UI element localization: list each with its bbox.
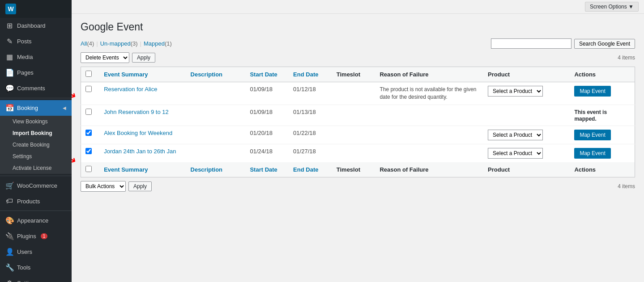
col-sort-description[interactable]: Description (191, 71, 223, 78)
users-icon: 👤 (5, 248, 13, 256)
col-footer-sort-end-date[interactable]: End Date (293, 166, 318, 173)
col-footer-timeslot: Timeslot (332, 162, 375, 177)
col-header-event-summary: Event Summary (99, 67, 186, 82)
sidebar-item-products[interactable]: 🏷 Products (0, 194, 72, 209)
sidebar-item-dashboard[interactable]: ⊞ Dashboard (0, 18, 72, 34)
sidebar-item-users[interactable]: 👤 Users (0, 244, 72, 260)
row-3-end-date: 01/22/18 (289, 126, 332, 144)
search-input[interactable] (491, 38, 571, 49)
posts-icon: ✎ (5, 37, 13, 46)
row-4-actions: Map Event (570, 144, 635, 162)
row-3-actions: Map Event (570, 126, 635, 144)
row-1-failure: The product is not available for the giv… (375, 82, 483, 105)
filter-mapped[interactable]: Mapped (144, 40, 165, 47)
sidebar-item-label: Booking (17, 105, 38, 111)
sidebar-submenu-settings[interactable]: Settings (0, 151, 72, 162)
select-all-checkbox[interactable] (85, 71, 92, 77)
table-row: John Reservation 9 to 1201/09/1801/13/18… (81, 105, 635, 126)
row-4-checkbox[interactable] (85, 148, 92, 154)
sidebar-item-tools[interactable]: 🔧 Tools (0, 260, 72, 275)
row-3-product-select[interactable]: Select a Product (488, 130, 543, 140)
sidebar-item-label: Settings (17, 280, 38, 282)
booking-arrow: ◀ (63, 105, 66, 110)
plugins-icon: 🔌 (5, 232, 13, 240)
row-1-actions: Map Event (570, 82, 635, 105)
row-3-summary[interactable]: Alex Booking for Weekend (104, 130, 172, 136)
wp-logo-icon: W (5, 4, 16, 14)
col-sort-start-date[interactable]: Start Date (250, 71, 277, 78)
row-1-summary[interactable]: Reservation for Alice (104, 86, 157, 93)
row-1-product-select[interactable]: Select a Product (488, 86, 543, 97)
screen-options-button[interactable]: Screen Options ▼ (585, 2, 639, 12)
col-footer-product: Product (483, 162, 570, 177)
red-arrow-1: ➜ (72, 88, 78, 102)
row-2-summary[interactable]: John Reservation 9 to 12 (104, 109, 169, 115)
topbar: Screen Options ▼ (72, 0, 644, 14)
wp-logo[interactable]: W (0, 0, 72, 18)
row-2-checkbox[interactable] (85, 109, 92, 115)
events-table: Event Summary Description Start Date End… (81, 67, 635, 177)
top-actions-right: 4 items (618, 55, 635, 61)
sidebar-item-pages[interactable]: 📄 Pages (0, 65, 72, 80)
row-4-failure (375, 144, 483, 162)
select-all-checkbox-footer[interactable] (85, 166, 92, 172)
sidebar-submenu-import-booking[interactable]: Import Booking (0, 127, 72, 139)
sidebar-item-comments[interactable]: 💬 Comments (0, 80, 72, 96)
filter-unmapped-count: (3) (131, 40, 138, 47)
row-2-description (186, 105, 246, 126)
row-3-checkbox[interactable] (85, 130, 92, 136)
main-content: Screen Options ▼ Google Event All (4) | … (72, 0, 644, 282)
content-area: Google Event All (4) | Un-mapped (3) | M… (72, 14, 644, 282)
col-footer-sort-event-summary[interactable]: Event Summary (104, 166, 148, 173)
row-1-map-event-button[interactable]: Map Event (574, 86, 610, 97)
apply-button-bottom[interactable]: Apply (128, 181, 152, 191)
row-4-map-event-button[interactable]: Map Event (574, 148, 610, 159)
col-footer-start-date: Start Date (245, 162, 289, 177)
row-1-description (186, 82, 246, 105)
col-sort-end-date[interactable]: End Date (293, 71, 318, 78)
col-header-check (81, 67, 100, 82)
row-2-mapped-text: This event is mapped. (574, 109, 607, 122)
top-actions-bar: Delete Events Apply 4 items (81, 52, 635, 63)
sidebar-item-settings[interactable]: ⚙ Settings (0, 275, 72, 282)
sidebar-item-booking[interactable]: 📅 Booking ◀ (0, 100, 72, 116)
media-icon: ▦ (5, 53, 13, 61)
filter-unmapped[interactable]: Un-mapped (100, 40, 131, 47)
sidebar-item-label: Media (17, 54, 33, 60)
row-1-end-date: 01/12/18 (289, 82, 332, 105)
sidebar-item-plugins[interactable]: 🔌 Plugins 1 (0, 228, 72, 244)
col-header-timeslot: Timeslot (332, 67, 375, 82)
sidebar-item-posts[interactable]: ✎ Posts (0, 34, 72, 49)
sidebar-item-label: Dashboard (17, 22, 46, 29)
col-header-start-date: Start Date (245, 67, 289, 82)
filter-all[interactable]: All (81, 40, 87, 47)
col-footer-check (81, 162, 100, 177)
row-1-timeslot (332, 82, 375, 105)
bulk-actions-select-top[interactable]: Delete Events (81, 52, 129, 63)
col-sort-event-summary[interactable]: Event Summary (104, 71, 148, 78)
sidebar-submenu-create-booking[interactable]: Create Booking (0, 139, 72, 151)
search-google-event-button[interactable]: Search Google Event (574, 39, 635, 49)
row-2-actions: This event is mapped. (570, 105, 635, 126)
products-icon: 🏷 (5, 197, 13, 205)
col-footer-description: Description (186, 162, 246, 177)
row-3-map-event-button[interactable]: Map Event (574, 130, 610, 140)
top-actions-left: Delete Events Apply (81, 52, 155, 63)
col-footer-sort-start-date[interactable]: Start Date (250, 166, 277, 173)
bulk-actions-select-bottom[interactable]: Bulk Actions (81, 181, 126, 192)
col-footer-sort-description[interactable]: Description (191, 166, 223, 173)
row-4-product-select[interactable]: Select a Product (488, 148, 543, 159)
sidebar-item-label: Tools (17, 264, 30, 271)
comments-icon: 💬 (5, 84, 13, 93)
sidebar-item-media[interactable]: ▦ Media (0, 49, 72, 65)
tools-icon: 🔧 (5, 263, 13, 272)
sidebar-submenu-activate-license[interactable]: Activate License (0, 162, 72, 174)
apply-button-top[interactable]: Apply (132, 53, 155, 63)
row-1-checkbox[interactable] (85, 86, 92, 92)
sidebar-item-label: Pages (17, 69, 34, 76)
sidebar-item-woocommerce[interactable]: 🛒 WooCommerce (0, 178, 72, 194)
sidebar-submenu-view-bookings[interactable]: View Bookings (0, 116, 72, 127)
row-4-summary[interactable]: Jordan 24th Jan to 26th Jan (104, 148, 176, 155)
sidebar-item-label: Products (17, 198, 40, 205)
sidebar-item-appearance[interactable]: 🎨 Appearance (0, 213, 72, 228)
